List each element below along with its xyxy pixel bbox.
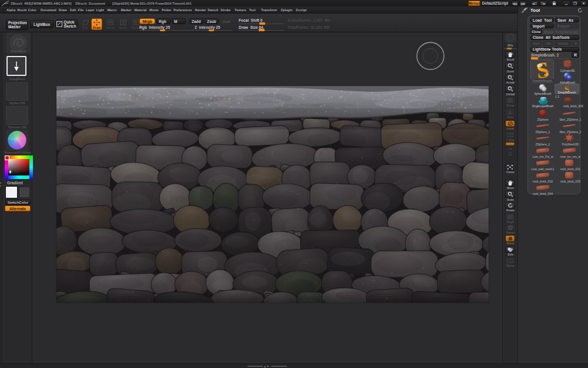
svg-text:R: R [135,21,138,24]
svg-text:S: S [122,21,124,24]
svg-text:M: M [109,21,112,24]
